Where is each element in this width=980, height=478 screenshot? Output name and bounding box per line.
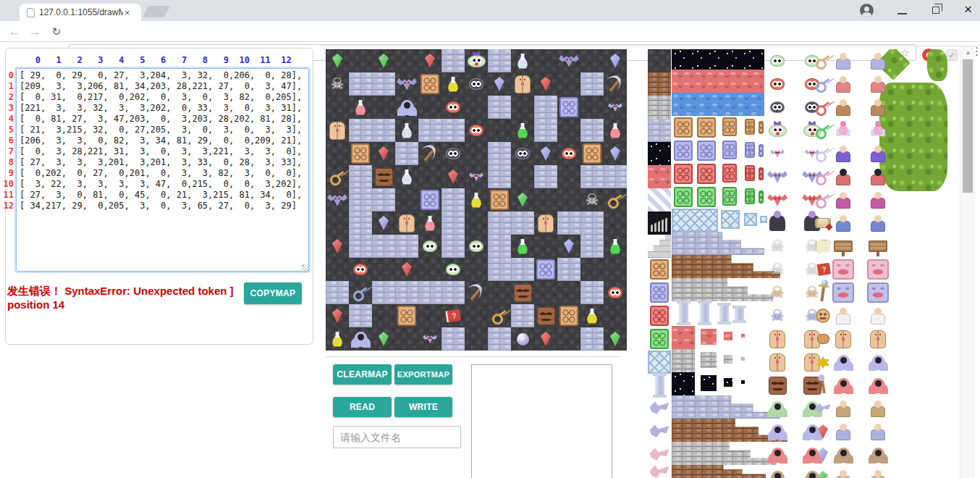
map-cell[interactable] [418, 119, 442, 142]
map-cell[interactable] [372, 211, 395, 235]
palette-tile[interactable] [867, 305, 889, 327]
map-cell[interactable] [557, 188, 580, 211]
palette-tile[interactable] [867, 73, 889, 95]
map-cell[interactable] [557, 327, 580, 351]
map-cell[interactable] [349, 211, 372, 235]
palette-tile[interactable] [813, 352, 833, 372]
starbg-tile[interactable] [701, 375, 717, 391]
map-cell[interactable] [349, 165, 372, 188]
map-cell[interactable] [372, 188, 395, 211]
palette-tile[interactable] [767, 167, 787, 187]
palette-tile[interactable] [767, 143, 787, 164]
palette-tile[interactable] [813, 329, 833, 349]
map-cell[interactable] [349, 96, 372, 119]
map-cell[interactable] [418, 72, 442, 96]
tileset-palette[interactable]: ☠☠☠☠☠☠☠☠? [648, 49, 949, 478]
scrollbar-thumb[interactable] [963, 59, 973, 193]
graystone-tile[interactable] [701, 352, 717, 368]
palette-tile[interactable]: ☠ [767, 236, 787, 256]
write-button[interactable]: WRITE [394, 397, 452, 417]
map-cell[interactable] [349, 235, 372, 258]
lattice-tile[interactable] [744, 213, 757, 226]
map-cell[interactable] [326, 304, 349, 327]
minimize-icon[interactable] [897, 13, 907, 14]
map-cell[interactable] [580, 119, 604, 142]
map-cell[interactable] [465, 188, 488, 211]
map-cell[interactable] [465, 304, 488, 327]
palette-tile[interactable] [672, 301, 695, 324]
map-cell[interactable] [442, 142, 465, 165]
map-cell[interactable] [442, 281, 465, 304]
palette-tile[interactable] [867, 259, 889, 280]
map-cell[interactable] [465, 281, 488, 304]
graystone-tile[interactable] [672, 349, 695, 372]
map-cell[interactable] [372, 142, 395, 165]
starbg-tile[interactable] [724, 378, 732, 387]
map-cell[interactable] [442, 188, 465, 211]
map-cell[interactable] [488, 165, 511, 188]
palette-tile[interactable] [832, 421, 854, 443]
map-cell[interactable] [557, 49, 580, 72]
palette-tile[interactable] [734, 307, 744, 322]
palette-tile[interactable] [867, 143, 889, 164]
map-cell[interactable] [465, 258, 488, 281]
map-cell[interactable] [580, 211, 604, 235]
map-cell[interactable] [442, 258, 465, 281]
graystone-tile[interactable] [648, 96, 671, 119]
map-cell[interactable] [372, 96, 395, 119]
back-icon[interactable]: ← [6, 21, 23, 42]
palette-tile[interactable] [758, 120, 764, 135]
scroll-up-icon[interactable]: ▲ [960, 49, 976, 56]
map-cell[interactable] [442, 96, 465, 119]
palette-tile[interactable] [758, 190, 764, 204]
map-cell[interactable] [488, 96, 511, 119]
palette-tile[interactable] [867, 50, 889, 72]
palette-tile[interactable] [832, 328, 854, 350]
palette-tile[interactable] [813, 120, 833, 141]
palette-tile[interactable] [767, 352, 787, 372]
map-cell[interactable] [442, 49, 465, 72]
map-cell[interactable] [604, 304, 627, 327]
map-cell[interactable] [372, 119, 395, 142]
map-cell[interactable] [349, 49, 372, 72]
palette-tile[interactable] [672, 185, 695, 209]
palette-tile[interactable] [672, 139, 695, 162]
palette-tile[interactable] [767, 97, 787, 117]
map-cell[interactable] [326, 96, 349, 119]
palette-tile[interactable] [832, 351, 854, 373]
palette-tile[interactable] [767, 468, 787, 478]
map-cell[interactable] [557, 211, 580, 235]
graystone-tile[interactable] [724, 355, 732, 364]
map-cell[interactable] [557, 258, 580, 281]
map-cell[interactable] [604, 96, 627, 119]
map-cell[interactable] [488, 258, 511, 281]
map-cell[interactable] [418, 96, 442, 119]
exportmap-button[interactable]: EXPORTMAP [394, 364, 452, 385]
palette-tile[interactable] [672, 162, 695, 185]
palette-tile[interactable]: ☠ [767, 282, 787, 303]
browser-tab[interactable]: 127.0.0.1:1055/drawMa × [20, 4, 141, 21]
map-cell[interactable] [604, 211, 627, 235]
map-cell[interactable] [604, 142, 627, 165]
map-cell[interactable] [465, 72, 488, 96]
profile-icon[interactable] [860, 4, 874, 17]
palette-tile[interactable] [813, 51, 833, 71]
map-cell[interactable] [326, 49, 349, 72]
map-cell[interactable] [488, 142, 511, 165]
map-cell[interactable]: ☠ [580, 188, 604, 211]
palette-tile[interactable] [648, 327, 671, 351]
palette-tile[interactable] [758, 167, 764, 181]
palette-tile[interactable] [813, 143, 833, 164]
palette-tile[interactable] [832, 282, 854, 303]
palette-tile[interactable] [813, 213, 833, 233]
palette-tile[interactable] [767, 398, 787, 419]
map-cell[interactable] [534, 165, 557, 188]
map-cell[interactable] [465, 211, 488, 235]
map-cell[interactable] [534, 304, 557, 327]
palette-tile[interactable] [813, 167, 833, 187]
map-cell[interactable] [534, 235, 557, 258]
map-cell[interactable] [511, 119, 534, 142]
map-cell[interactable] [534, 119, 557, 142]
map-cell[interactable] [372, 304, 395, 327]
map-cell[interactable] [488, 211, 511, 235]
